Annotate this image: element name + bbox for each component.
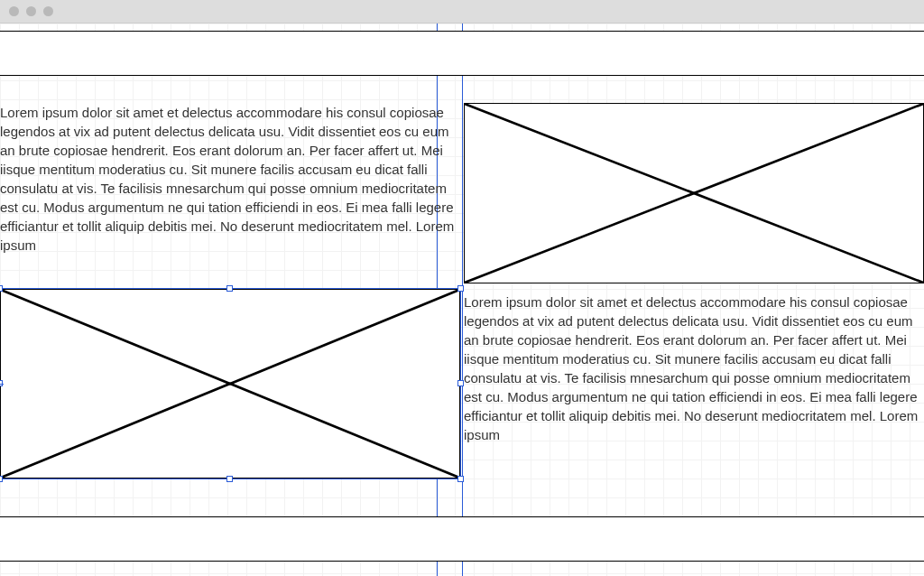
image-placeholder-right[interactable] xyxy=(464,103,924,283)
image-placeholder-left[interactable] xyxy=(0,289,460,478)
resize-handle-nw[interactable] xyxy=(0,285,3,292)
minimize-icon[interactable] xyxy=(26,6,36,16)
design-canvas[interactable]: Lorem ipsum dolor sit amet et delectus a… xyxy=(0,23,924,576)
resize-handle-e[interactable] xyxy=(457,380,464,386)
text-block-right[interactable]: Lorem ipsum dolor sit amet et delectus a… xyxy=(464,293,924,464)
resize-handle-n[interactable] xyxy=(226,285,233,292)
placeholder-x-icon xyxy=(1,290,459,478)
resize-handle-sw[interactable] xyxy=(0,476,3,482)
ruler-tick xyxy=(0,384,4,385)
placeholder-x-icon xyxy=(465,104,923,283)
zoom-icon[interactable] xyxy=(43,6,53,16)
text-block-left[interactable]: Lorem ipsum dolor sit amet et delectus a… xyxy=(0,103,460,274)
resize-handle-se[interactable] xyxy=(457,476,464,482)
alignment-guide-vertical xyxy=(462,23,463,576)
selection-outline xyxy=(0,289,460,478)
footer-placeholder[interactable] xyxy=(0,516,924,562)
resize-handle-s[interactable] xyxy=(226,476,233,482)
window-titlebar xyxy=(0,0,924,23)
resize-handle-ne[interactable] xyxy=(457,285,464,292)
close-icon[interactable] xyxy=(9,6,19,16)
header-placeholder[interactable] xyxy=(0,31,924,76)
